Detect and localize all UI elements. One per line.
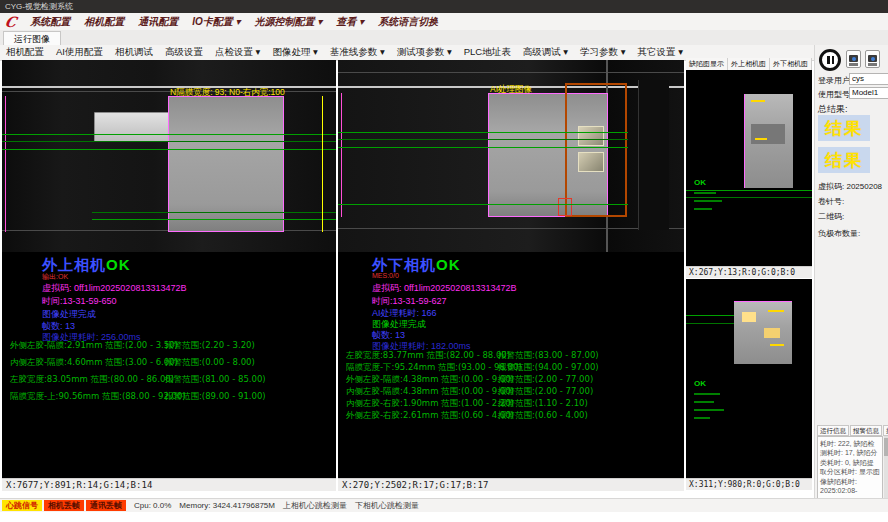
app-logo-icon: C bbox=[3, 14, 18, 30]
memory-usage: Memory: 3424.41796875M bbox=[179, 501, 275, 510]
reflect-thumb bbox=[578, 152, 604, 172]
model-label: 使用型号: bbox=[818, 89, 852, 100]
pause-icon bbox=[832, 56, 835, 64]
tool-image-process[interactable]: 图像处理 ▾ bbox=[266, 46, 323, 59]
login-user-field[interactable]: cys bbox=[849, 73, 888, 85]
log-tab-alarm[interactable]: 报警信息 bbox=[850, 425, 882, 436]
tab-run-image[interactable]: 运行图像 bbox=[3, 31, 61, 46]
measure-row: 隔膜宽度-下:95.24mm 范围:(93.00 - 98.00) bbox=[346, 362, 522, 374]
tool-baseline-params[interactable]: 基准线参数 ▾ bbox=[324, 46, 391, 59]
coord-readout-aux1: X:267;Y:13;R:0;G:0;B:0 bbox=[686, 266, 812, 278]
tool-other-settings[interactable]: 其它设置 ▾ bbox=[632, 46, 689, 59]
camera-upper-image: N隔膜宽度: 93; N0-右内宽:100 bbox=[2, 60, 336, 252]
keyboard-icon bbox=[868, 63, 877, 66]
aux-tab-defect[interactable]: 缺陷图显示 bbox=[686, 58, 728, 70]
measure-alarm: 报警范围:(89.00 - 91.00) bbox=[165, 391, 266, 403]
anode-count-label: 负极布数量: bbox=[818, 228, 860, 239]
log-tab-operation[interactable]: 操作信息 bbox=[883, 425, 888, 436]
menu-io-config[interactable]: IO卡配置 ▾ bbox=[185, 15, 247, 29]
measure-alarm: 报警范围:(2.20 - 3.20) bbox=[165, 340, 255, 352]
reflect-thumb bbox=[578, 126, 604, 146]
tool-plc-address[interactable]: PLC地址表 bbox=[458, 46, 517, 59]
heartbeat-badge: 心跳信号 bbox=[2, 500, 42, 511]
overlay-measure-label: N隔膜宽度: 93; N0-右内宽:100 bbox=[170, 87, 285, 99]
ai-roi-rect bbox=[565, 83, 627, 217]
measure-alarm: 报警范围:(94.00 - 97.00) bbox=[498, 362, 599, 374]
measure-row: 外侧左胶-隔膜:4.38mm 范围:(0.00 - 9.00) bbox=[346, 374, 514, 386]
window-titlebar: CYG-视觉检测系统 bbox=[0, 0, 888, 13]
cpu-usage: Cpu: 0.0% bbox=[134, 501, 171, 510]
measure-row: 隔膜宽度-上:90.56mm 范围:(88.00 - 92.00) bbox=[10, 391, 186, 403]
overlay-ai-label: AI处理图像 bbox=[490, 84, 532, 96]
qr-code-label: 二维码: bbox=[818, 211, 844, 222]
tool-camera-debug[interactable]: 相机调试 bbox=[109, 46, 159, 59]
measure-row: 左胶宽度:83.05mm 范围:(80.00 - 86.00) bbox=[10, 374, 174, 386]
coord-readout-upper: X:7677;Y:891;R:14;G:14;B:14 bbox=[2, 478, 336, 491]
log-scrollbar[interactable] bbox=[884, 436, 888, 504]
sidebar: 登录用户: cys 使用型号: Model1 总结果: 结果 结果 虚拟码: 2… bbox=[814, 45, 888, 510]
result-ok: OK bbox=[106, 256, 131, 273]
menu-system-config[interactable]: 系统配置 bbox=[23, 15, 77, 29]
tool-learning-params[interactable]: 学习参数 ▾ bbox=[574, 46, 631, 59]
tool-advanced-debug[interactable]: 高级调试 ▾ bbox=[517, 46, 574, 59]
camera-lower-subtitle: MES:0/0 bbox=[372, 272, 399, 279]
virtual-code-value: 20250208 bbox=[846, 182, 882, 191]
aux1-ok: OK bbox=[694, 178, 706, 187]
menu-bar: C 系统配置 相机配置 通讯配置 IO卡配置 ▾ 光源控制配置 ▾ 查看 ▾ 系… bbox=[0, 13, 888, 31]
menu-language-switch[interactable]: 系统语言切换 bbox=[371, 15, 445, 29]
camera-tool-button-1[interactable] bbox=[846, 50, 861, 68]
measure-row: 内侧左胶-隔膜:4.38mm 范围:(0.00 - 9.00) bbox=[346, 386, 514, 398]
app-window: CYG-视觉检测系统 C 系统配置 相机配置 通讯配置 IO卡配置 ▾ 光源控制… bbox=[0, 0, 888, 522]
window-title: CYG-视觉检测系统 bbox=[5, 2, 73, 11]
menu-light-config[interactable]: 光源控制配置 ▾ bbox=[248, 15, 330, 29]
status-bar: 心跳信号 相机丢帧 通讯丢帧 Cpu: 0.0% Memory: 3424.41… bbox=[0, 498, 888, 512]
measure-alarm: 报警范围:(81.00 - 85.00) bbox=[165, 374, 266, 386]
aux-tab-lower-cam[interactable]: 外下相机图 bbox=[770, 58, 812, 70]
virtual-code-line: 虚拟码: 0ff1lim2025020813313472B bbox=[42, 282, 186, 295]
measure-row: 外侧左胶-右胶:2.61mm 范围:(0.60 - 4.00) bbox=[346, 410, 514, 422]
result-box-1: 结果 bbox=[818, 115, 870, 141]
measure-alarm: 报警范围:(1.10 - 2.10) bbox=[498, 398, 588, 410]
camera-icon bbox=[868, 55, 877, 62]
lower-cam-heartbeat: 下相机心跳检测量 bbox=[355, 500, 419, 511]
tab-row: 运行图像 bbox=[0, 30, 888, 46]
measure-alarm: 报警范围:(2.00 - 77.00) bbox=[498, 374, 593, 386]
measure-row: 左胶宽度:83.77mm 范围:(82.00 - 88.00) bbox=[346, 350, 510, 362]
virtual-code-label: 虚拟码: 20250208 bbox=[818, 181, 882, 192]
measure-alarm: 报警范围:(0.60 - 4.00) bbox=[498, 410, 588, 422]
menu-view[interactable]: 查看 ▾ bbox=[329, 15, 371, 29]
aux-tab-upper-cam[interactable]: 外上相机图 bbox=[728, 58, 770, 70]
electrode-tab bbox=[94, 112, 174, 142]
tool-ai-use-config[interactable]: AI使用配置 bbox=[50, 46, 109, 59]
log-tab-run[interactable]: 运行信息 bbox=[817, 425, 849, 436]
login-user-label: 登录用户: bbox=[818, 75, 852, 86]
tool-advanced-settings[interactable]: 高级设置 bbox=[159, 46, 209, 59]
camera-lower-image: AI处理图像 bbox=[338, 60, 684, 252]
pause-icon bbox=[827, 56, 830, 64]
result-ok: OK bbox=[436, 256, 461, 273]
tool-camera-config[interactable]: 相机配置 bbox=[0, 46, 50, 59]
coord-readout-aux2: X:311;Y:980;R:0;G:0;B:0 bbox=[686, 478, 812, 490]
aux-view-1[interactable]: OK bbox=[686, 70, 812, 266]
result-box-2: 结果 bbox=[818, 147, 870, 173]
keyboard-icon bbox=[849, 63, 858, 66]
camera-upper-subtitle: 输出:OK bbox=[42, 272, 68, 282]
menu-comm-config[interactable]: 通讯配置 bbox=[131, 15, 185, 29]
menu-camera-config[interactable]: 相机配置 bbox=[77, 15, 131, 29]
camera-view-upper[interactable]: N隔膜宽度: 93; N0-右内宽:100 外上相机OK 输出:OK 虚拟码: … bbox=[2, 60, 336, 478]
camera-tool-button-2[interactable] bbox=[865, 50, 880, 68]
comm-drop-badge: 通讯丢帧 bbox=[86, 500, 126, 511]
camera-view-lower[interactable]: AI处理图像 外下相机OK MES:0/0 虚拟码: 0ff1lim202502… bbox=[338, 60, 684, 478]
coord-readout-lower: X:270;Y:2502;R:17;G:17;B:17 bbox=[338, 478, 684, 491]
measure-row: 内侧左胶-隔膜:4.60mm 范围:(3.00 - 6.00) bbox=[10, 357, 178, 369]
model-field[interactable]: Model1 bbox=[849, 87, 888, 99]
aux-view-2[interactable]: OK bbox=[686, 279, 812, 478]
pause-button[interactable] bbox=[819, 49, 841, 71]
virtual-code-line: 虚拟码: 0ff1lim2025020813313472B bbox=[372, 282, 516, 295]
tool-spot-check[interactable]: 点检设置 ▾ bbox=[209, 46, 266, 59]
needle-no-label: 卷针号: bbox=[818, 196, 844, 207]
tool-test-params[interactable]: 测试项参数 ▾ bbox=[391, 46, 458, 59]
aux2-ok: OK bbox=[694, 379, 706, 388]
scrollbar-thumb[interactable] bbox=[884, 438, 888, 456]
log-output: 耗时: 222, 缺陷检测耗时: 17, 缺陷分类耗时: 0, 缺陷提取分区耗时… bbox=[817, 436, 883, 504]
